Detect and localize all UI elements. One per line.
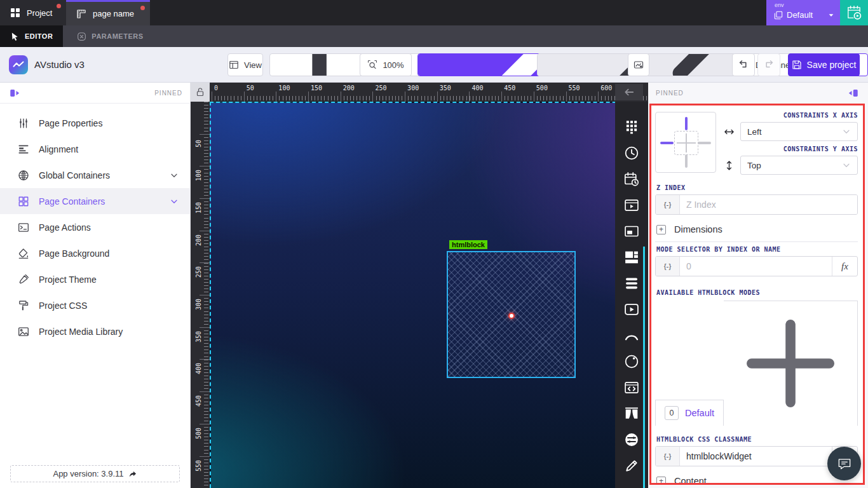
app-version-button[interactable]: App version: 3.9.11 (10, 465, 180, 482)
sidebar-item-label: Page Containers (39, 196, 160, 207)
constraints-y-select[interactable]: Top (740, 156, 858, 175)
notification-dot (140, 6, 145, 10)
mode-selector-input[interactable] (680, 257, 832, 276)
left-sidebar: PINNED Page Properties Alignment Global … (0, 83, 191, 488)
undo-button[interactable] (732, 53, 755, 76)
sidebar-item-page-background[interactable]: Page Background (0, 240, 190, 266)
tab-parameters[interactable]: PARAMETERS (63, 25, 157, 47)
mode-tab-default[interactable]: 0 Default (655, 400, 724, 426)
sidebar-item-project-css[interactable]: Project CSS (0, 292, 190, 318)
binding-toggle-button[interactable]: {-} (656, 257, 680, 276)
curtains-icon[interactable] (624, 406, 639, 421)
video-window-icon[interactable] (624, 198, 639, 213)
pen-tool-icon[interactable] (624, 458, 639, 473)
clock-icon[interactable] (624, 146, 639, 161)
widget-strip-scrollbar[interactable] (643, 247, 645, 488)
property-sections: ContentBorderShadowReflectBackgroundActi… (655, 471, 858, 483)
binding-toggle-button[interactable]: {-} (656, 195, 680, 214)
tab-project[interactable]: Project (0, 0, 66, 25)
undo-icon (738, 60, 749, 70)
sidebar-item-page-containers[interactable]: Page Containers (0, 188, 190, 214)
chat-support-button[interactable] (827, 447, 861, 480)
arc-icon[interactable] (624, 328, 639, 343)
h-ruler-label: 500 (536, 85, 548, 92)
v-ruler-label: 50 (191, 137, 206, 151)
widget-strip-back-button[interactable] (615, 84, 643, 100)
code-window-icon[interactable] (624, 380, 639, 395)
sidebar-items: Page Properties Alignment Global Contain… (0, 110, 190, 344)
selected-element-label: htmlblock (449, 240, 487, 249)
ruler-lock-corner[interactable] (191, 83, 210, 102)
chat-icon (836, 456, 853, 472)
layout-blocks-icon[interactable] (624, 250, 639, 265)
expand-plus-icon (656, 477, 666, 483)
panel-collapse-icon[interactable] (845, 88, 860, 98)
view-button-label: View (244, 60, 262, 70)
constraints-x-select[interactable]: Left (740, 122, 858, 141)
page-canvas[interactable]: htmlblock (210, 102, 648, 488)
fx-button[interactable]: fx (832, 257, 857, 276)
sidebar-item-global-containers[interactable]: Global Containers (0, 162, 190, 188)
circle-x-icon (77, 32, 86, 41)
disc-sliders-icon[interactable] (624, 432, 639, 447)
element-anchor-point[interactable] (508, 313, 515, 319)
sidebar-item-project-media-library[interactable]: Project Media Library (0, 318, 190, 344)
v-ruler-label: 300 (191, 297, 206, 311)
sidebar-item-project-theme[interactable]: Project Theme (0, 266, 190, 292)
constraint-center-cross[interactable] (677, 142, 696, 144)
notification-dot (57, 4, 61, 8)
save-project-button[interactable]: Save project (788, 53, 860, 76)
constraint-right-bar[interactable] (698, 142, 711, 144)
v-ruler-label: 450 (191, 394, 206, 408)
constraints-y-label: CONSTRAINTS Y AXIS (724, 146, 858, 152)
sidebar-item-alignment[interactable]: Alignment (0, 136, 190, 162)
properties-panel: PINNED CONSTRAINTS X AXIS (648, 83, 868, 488)
dimensions-expander[interactable]: Dimensions (655, 219, 858, 240)
mode-index-badge: 0 (665, 406, 679, 420)
constraint-top-bar[interactable] (685, 117, 688, 130)
sidebar-item-label: Project Theme (39, 274, 179, 285)
sidebar-item-label: Global Containers (39, 170, 160, 180)
pip-icon[interactable] (624, 224, 639, 239)
panel-header: PINNED (648, 83, 868, 104)
view-button[interactable]: View (227, 53, 263, 76)
brush-icon (18, 274, 29, 285)
v-ruler-label: 400 (191, 362, 206, 376)
h-ruler-label: 600 (600, 85, 612, 92)
calendar-clock-icon[interactable] (624, 172, 639, 187)
constraints-widget[interactable] (655, 112, 716, 173)
tab-page-name[interactable]: page name (66, 0, 150, 25)
knob-icon[interactable] (624, 354, 639, 369)
containers-icon (18, 196, 29, 207)
environment-selector[interactable]: env Default (766, 0, 840, 25)
dots-grid-icon[interactable] (624, 119, 639, 135)
cursor-icon (10, 32, 20, 41)
classname-input[interactable] (680, 447, 832, 466)
app-title: AVstudio v3 (34, 59, 85, 70)
sidebar-item-page-actions[interactable]: Page Actions (0, 214, 190, 240)
h-ruler-label: 0 (214, 85, 218, 92)
mode-name-label: Default (685, 408, 714, 418)
play-box-icon[interactable] (624, 302, 639, 317)
z-index-input[interactable] (680, 195, 857, 214)
constraints-y-value: Top (747, 161, 761, 170)
save-icon (792, 60, 802, 70)
redo-button[interactable] (757, 53, 780, 76)
list-icon[interactable] (624, 276, 639, 291)
zoom-button[interactable]: 100% (360, 53, 412, 76)
canvas-settings-button[interactable] (628, 53, 649, 76)
tab-editor[interactable]: EDITOR (0, 25, 63, 47)
constraint-left-bar[interactable] (660, 142, 674, 144)
sidebar-collapse-icon[interactable] (8, 88, 23, 98)
constraint-bottom-bar[interactable] (685, 154, 688, 168)
add-mode-button[interactable] (724, 301, 858, 426)
sidebar-item-label: Page Actions (39, 222, 179, 233)
highlighted-panel-frame: CONSTRAINTS X AXIS Left CONSTRAINTS Y AX… (649, 104, 865, 485)
section-content[interactable]: Content (655, 471, 858, 483)
run-project-button[interactable] (840, 0, 868, 25)
sidebar-item-page-properties[interactable]: Page Properties (0, 110, 190, 136)
binding-toggle-button[interactable]: {-} (656, 447, 680, 466)
bucket-icon (18, 248, 29, 259)
app-version-label: App version: 3.9.11 (53, 469, 123, 478)
vertical-ruler: 50100150200250300350400450500550600 (191, 102, 210, 488)
